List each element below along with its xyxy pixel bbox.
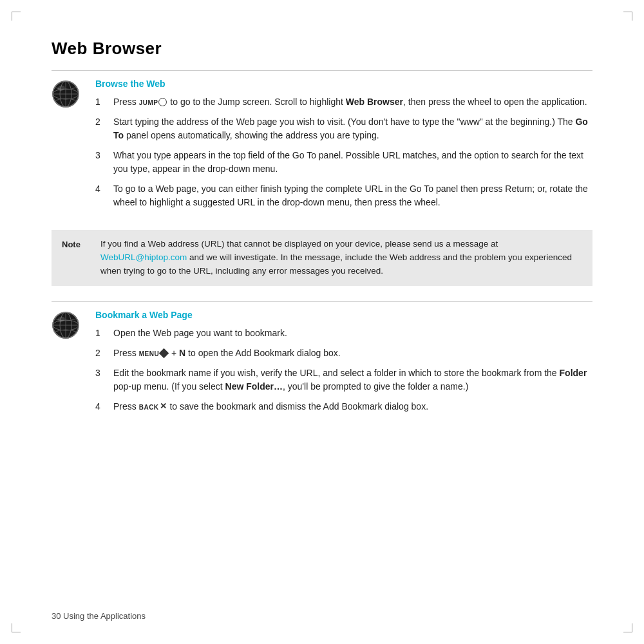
note-text: If you find a Web address (URL) that can… — [100, 238, 582, 278]
step-1-2: 2 Start typing the address of the Web pa… — [95, 115, 592, 142]
note-block: Note If you find a Web address (URL) tha… — [52, 230, 592, 286]
step-1-3-text: What you type appears in the top field o… — [113, 149, 592, 176]
section1-steps: 1 Press JUMP to go to the Jump screen. S… — [95, 95, 592, 209]
back-x-icon: ✕ — [160, 400, 167, 413]
step-1-4-text: To go to a Web page, you can either fini… — [113, 182, 592, 209]
corner-mark-br — [623, 623, 632, 632]
section1-icon — [52, 79, 95, 216]
page-title: Web Browser — [52, 39, 592, 59]
step-1-4-number: 4 — [95, 182, 113, 196]
step-2-1: 1 Open the Web page you want to bookmark… — [95, 327, 592, 340]
page-footer: 30 Using the Applications — [52, 611, 146, 621]
corner-mark-bl — [12, 623, 21, 632]
step-2-4-text: Press BACK✕ to save the bookmark and dis… — [113, 400, 428, 413]
step-2-2: 2 Press MENU + N to open the Add Bookmar… — [95, 346, 592, 360]
step-1-4: 4 To go to a Web page, you can either fi… — [95, 182, 592, 209]
step-2-4-number: 4 — [95, 400, 113, 413]
step-2-1-number: 1 — [95, 327, 113, 340]
step-2-3-text: Edit the bookmark name if you wish, veri… — [113, 366, 592, 393]
note-text-before: If you find a Web address (URL) that can… — [100, 239, 498, 249]
step-2-4: 4 Press BACK✕ to save the bookmark and d… — [95, 400, 592, 413]
step-1-1-number: 1 — [95, 95, 113, 109]
menu-key: MENU — [139, 350, 159, 357]
corner-mark-tl — [12, 12, 21, 21]
section1-heading: Browse the Web — [95, 79, 592, 89]
page: Web Browser Browse the Web 1 — [0, 0, 644, 644]
step-2-2-number: 2 — [95, 346, 113, 360]
step-1-3: 3 What you type appears in the top field… — [95, 149, 592, 176]
note-label: Note — [62, 238, 100, 251]
step-1-2-text: Start typing the address of the Web page… — [113, 115, 592, 142]
step-2-3-number: 3 — [95, 366, 113, 380]
step-1-2-number: 2 — [95, 115, 113, 129]
section1-divider — [52, 70, 592, 71]
note-link[interactable]: WebURL@hiptop.com — [100, 252, 187, 262]
section2-icon — [52, 310, 95, 420]
section1-content: Browse the Web 1 Press JUMP to go to the… — [95, 79, 592, 216]
corner-mark-tr — [623, 12, 632, 21]
step-2-1-text: Open the Web page you want to bookmark. — [113, 327, 287, 340]
section2-steps: 1 Open the Web page you want to bookmark… — [95, 327, 592, 413]
section2-heading: Bookmark a Web Page — [95, 310, 592, 320]
step-2-3: 3 Edit the bookmark name if you wish, ve… — [95, 366, 592, 393]
menu-diamond-icon — [159, 348, 169, 358]
section2-divider — [52, 301, 592, 302]
section2-block: Bookmark a Web Page 1 Open the Web page … — [52, 310, 592, 420]
step-1-3-number: 3 — [95, 149, 113, 162]
back-key: BACK — [139, 404, 159, 411]
section1-block: Browse the Web 1 Press JUMP to go to the… — [52, 79, 592, 216]
step-2-2-text: Press MENU + N to open the Add Bookmark … — [113, 346, 341, 360]
step-1-1-text: Press JUMP to go to the Jump screen. Scr… — [113, 95, 587, 109]
jump-circle-icon — [158, 98, 167, 106]
step-1-1: 1 Press JUMP to go to the Jump screen. S… — [95, 95, 592, 109]
globe-icon-1 — [52, 80, 80, 108]
jump-key: JUMP — [139, 99, 158, 106]
globe-icon-2 — [52, 311, 80, 339]
section2-content: Bookmark a Web Page 1 Open the Web page … — [95, 310, 592, 420]
